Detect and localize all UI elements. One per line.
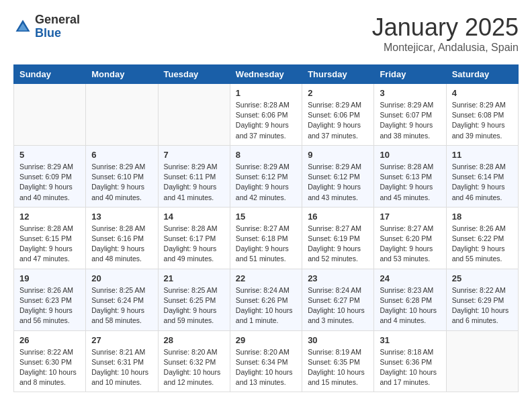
calendar-week-row: 5Sunrise: 8:29 AM Sunset: 6:09 PM Daylig… — [14, 145, 519, 207]
day-number: 2 — [308, 88, 368, 98]
day-info: Sunrise: 8:27 AM Sunset: 6:20 PM Dayligh… — [380, 224, 440, 265]
day-number: 28 — [164, 335, 224, 345]
day-number: 15 — [236, 212, 296, 222]
day-info: Sunrise: 8:29 AM Sunset: 6:06 PM Dayligh… — [308, 100, 368, 141]
day-info: Sunrise: 8:19 AM Sunset: 6:35 PM Dayligh… — [308, 347, 368, 388]
weekday-header: Sunday — [14, 65, 86, 84]
day-number: 6 — [91, 150, 152, 160]
day-number: 9 — [308, 150, 368, 160]
day-number: 11 — [452, 150, 513, 160]
logo: General Blue — [13, 13, 80, 40]
weekday-header-row: SundayMondayTuesdayWednesdayThursdayFrid… — [14, 65, 519, 84]
day-info: Sunrise: 8:29 AM Sunset: 6:12 PM Dayligh… — [308, 162, 368, 203]
day-number: 10 — [380, 150, 440, 160]
day-number: 31 — [380, 335, 440, 345]
calendar-cell: 8Sunrise: 8:29 AM Sunset: 6:12 PM Daylig… — [230, 145, 302, 207]
day-number: 18 — [452, 212, 513, 222]
day-number: 21 — [164, 273, 224, 283]
day-number: 25 — [452, 273, 513, 283]
calendar-cell: 24Sunrise: 8:23 AM Sunset: 6:28 PM Dayli… — [374, 269, 446, 330]
calendar-cell: 12Sunrise: 8:28 AM Sunset: 6:15 PM Dayli… — [14, 207, 86, 269]
day-number: 12 — [19, 212, 80, 222]
day-number: 19 — [19, 273, 80, 283]
day-info: Sunrise: 8:29 AM Sunset: 6:07 PM Dayligh… — [380, 100, 440, 141]
calendar-week-row: 26Sunrise: 8:22 AM Sunset: 6:30 PM Dayli… — [14, 330, 519, 392]
day-number: 5 — [19, 150, 80, 160]
calendar-cell — [14, 84, 86, 146]
calendar-cell: 21Sunrise: 8:25 AM Sunset: 6:25 PM Dayli… — [158, 269, 230, 330]
calendar-cell: 4Sunrise: 8:29 AM Sunset: 6:08 PM Daylig… — [446, 84, 518, 146]
calendar-cell: 22Sunrise: 8:24 AM Sunset: 6:26 PM Dayli… — [230, 269, 302, 330]
calendar-cell — [446, 330, 518, 392]
day-number: 8 — [236, 150, 296, 160]
weekday-header: Saturday — [446, 65, 518, 84]
calendar-week-row: 19Sunrise: 8:26 AM Sunset: 6:23 PM Dayli… — [14, 269, 519, 330]
day-info: Sunrise: 8:29 AM Sunset: 6:11 PM Dayligh… — [164, 162, 224, 203]
day-number: 20 — [91, 273, 152, 283]
day-info: Sunrise: 8:22 AM Sunset: 6:29 PM Dayligh… — [452, 285, 513, 326]
calendar-cell: 28Sunrise: 8:20 AM Sunset: 6:32 PM Dayli… — [158, 330, 230, 392]
calendar-cell: 27Sunrise: 8:21 AM Sunset: 6:31 PM Dayli… — [86, 330, 158, 392]
day-info: Sunrise: 8:28 AM Sunset: 6:06 PM Dayligh… — [236, 100, 296, 141]
day-info: Sunrise: 8:28 AM Sunset: 6:15 PM Dayligh… — [19, 224, 80, 265]
calendar-cell — [158, 84, 230, 146]
calendar-cell: 20Sunrise: 8:25 AM Sunset: 6:24 PM Dayli… — [86, 269, 158, 330]
day-number: 17 — [380, 212, 440, 222]
day-number: 14 — [164, 212, 224, 222]
month-title: January 2025 — [372, 13, 519, 42]
calendar-cell: 31Sunrise: 8:18 AM Sunset: 6:36 PM Dayli… — [374, 330, 446, 392]
calendar-cell: 7Sunrise: 8:29 AM Sunset: 6:11 PM Daylig… — [158, 145, 230, 207]
day-number: 24 — [380, 273, 440, 283]
calendar-table: SundayMondayTuesdayWednesdayThursdayFrid… — [13, 64, 519, 392]
day-number: 13 — [91, 212, 152, 222]
day-info: Sunrise: 8:22 AM Sunset: 6:30 PM Dayligh… — [19, 347, 80, 388]
calendar-cell: 13Sunrise: 8:28 AM Sunset: 6:16 PM Dayli… — [86, 207, 158, 269]
day-number: 4 — [452, 88, 513, 98]
day-number: 16 — [308, 212, 368, 222]
day-info: Sunrise: 8:29 AM Sunset: 6:08 PM Dayligh… — [452, 100, 513, 141]
page-header: General Blue January 2025 Montejicar, An… — [13, 13, 519, 54]
calendar-cell: 25Sunrise: 8:22 AM Sunset: 6:29 PM Dayli… — [446, 269, 518, 330]
day-number: 29 — [236, 335, 296, 345]
calendar-cell: 30Sunrise: 8:19 AM Sunset: 6:35 PM Dayli… — [302, 330, 374, 392]
title-block: January 2025 Montejicar, Andalusia, Spai… — [372, 13, 519, 54]
day-info: Sunrise: 8:27 AM Sunset: 6:19 PM Dayligh… — [308, 224, 368, 265]
day-info: Sunrise: 8:20 AM Sunset: 6:34 PM Dayligh… — [236, 347, 296, 388]
calendar-cell: 3Sunrise: 8:29 AM Sunset: 6:07 PM Daylig… — [374, 84, 446, 146]
day-info: Sunrise: 8:29 AM Sunset: 6:12 PM Dayligh… — [236, 162, 296, 203]
logo-blue: Blue — [35, 27, 80, 40]
calendar-cell: 29Sunrise: 8:20 AM Sunset: 6:34 PM Dayli… — [230, 330, 302, 392]
weekday-header: Thursday — [302, 65, 374, 84]
day-number: 23 — [308, 273, 368, 283]
calendar-cell: 23Sunrise: 8:24 AM Sunset: 6:27 PM Dayli… — [302, 269, 374, 330]
calendar-cell: 17Sunrise: 8:27 AM Sunset: 6:20 PM Dayli… — [374, 207, 446, 269]
weekday-header: Wednesday — [230, 65, 302, 84]
day-info: Sunrise: 8:28 AM Sunset: 6:16 PM Dayligh… — [91, 224, 152, 265]
day-number: 1 — [236, 88, 296, 98]
day-number: 22 — [236, 273, 296, 283]
calendar-week-row: 1Sunrise: 8:28 AM Sunset: 6:06 PM Daylig… — [14, 84, 519, 146]
day-info: Sunrise: 8:26 AM Sunset: 6:22 PM Dayligh… — [452, 224, 513, 265]
day-info: Sunrise: 8:28 AM Sunset: 6:14 PM Dayligh… — [452, 162, 513, 203]
day-info: Sunrise: 8:18 AM Sunset: 6:36 PM Dayligh… — [380, 347, 440, 388]
calendar-cell: 1Sunrise: 8:28 AM Sunset: 6:06 PM Daylig… — [230, 84, 302, 146]
calendar-cell: 2Sunrise: 8:29 AM Sunset: 6:06 PM Daylig… — [302, 84, 374, 146]
calendar-cell: 15Sunrise: 8:27 AM Sunset: 6:18 PM Dayli… — [230, 207, 302, 269]
day-info: Sunrise: 8:21 AM Sunset: 6:31 PM Dayligh… — [91, 347, 152, 388]
day-info: Sunrise: 8:24 AM Sunset: 6:27 PM Dayligh… — [308, 285, 368, 326]
day-info: Sunrise: 8:28 AM Sunset: 6:17 PM Dayligh… — [164, 224, 224, 265]
calendar-cell: 16Sunrise: 8:27 AM Sunset: 6:19 PM Dayli… — [302, 207, 374, 269]
weekday-header: Tuesday — [158, 65, 230, 84]
calendar-cell: 9Sunrise: 8:29 AM Sunset: 6:12 PM Daylig… — [302, 145, 374, 207]
day-number: 7 — [164, 150, 224, 160]
day-info: Sunrise: 8:25 AM Sunset: 6:25 PM Dayligh… — [164, 285, 224, 326]
day-info: Sunrise: 8:25 AM Sunset: 6:24 PM Dayligh… — [91, 285, 152, 326]
day-info: Sunrise: 8:24 AM Sunset: 6:26 PM Dayligh… — [236, 285, 296, 326]
logo-icon — [13, 17, 32, 36]
weekday-header: Friday — [374, 65, 446, 84]
calendar-cell: 18Sunrise: 8:26 AM Sunset: 6:22 PM Dayli… — [446, 207, 518, 269]
day-info: Sunrise: 8:29 AM Sunset: 6:10 PM Dayligh… — [91, 162, 152, 203]
day-info: Sunrise: 8:29 AM Sunset: 6:09 PM Dayligh… — [19, 162, 80, 203]
day-number: 30 — [308, 335, 368, 345]
calendar-cell: 10Sunrise: 8:28 AM Sunset: 6:13 PM Dayli… — [374, 145, 446, 207]
